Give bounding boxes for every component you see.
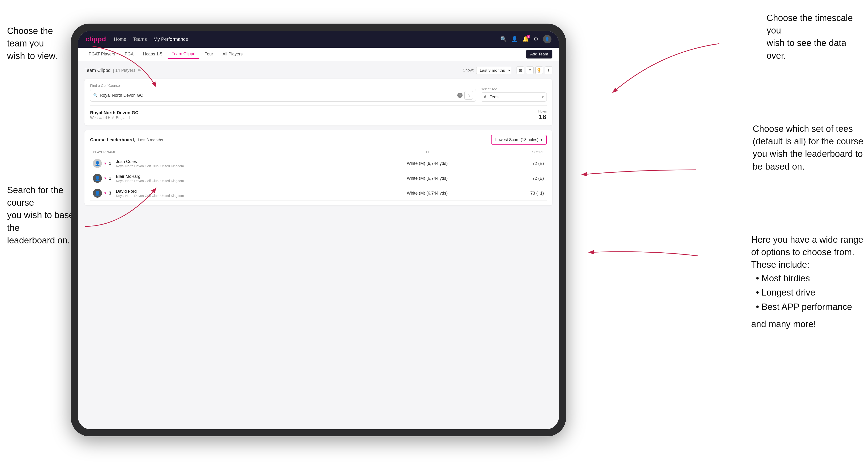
- grid-view-button[interactable]: ⊞: [517, 66, 524, 74]
- col-player: PLAYER NAME: [90, 148, 362, 156]
- avatar: 👤: [93, 174, 102, 183]
- table-row: 👤 ♥ 1 Blair McHarg Royal North Devon Gol…: [90, 171, 547, 186]
- annotation-top-left: Choose the team you wish to view.: [7, 25, 73, 63]
- top-nav: clippd Home Teams My Performance 🔍 👤 🔔 1…: [78, 31, 559, 48]
- tee-select-field: Select Tee All Tees ▾: [481, 87, 547, 102]
- find-course-label: Find a Golf Course: [90, 84, 476, 88]
- score-cell: 73 (+1): [493, 186, 547, 201]
- tablet-screen: clippd Home Teams My Performance 🔍 👤 🔔 1…: [78, 31, 559, 429]
- settings-button[interactable]: ⚙: [533, 36, 538, 42]
- search-icon: 🔍: [93, 93, 98, 98]
- col-tee: TEE: [362, 148, 493, 156]
- sub-nav: PGAT Players PGA Hcaps 1-5 Team Clippd T…: [78, 48, 559, 61]
- tee-cell: White (M) (6,744 yds): [362, 186, 493, 201]
- clear-search-button[interactable]: ✕: [457, 93, 463, 98]
- heart-icon: ♥: [104, 191, 106, 195]
- heart-icon: ♥: [104, 161, 106, 165]
- nav-teams[interactable]: Teams: [133, 36, 147, 42]
- subnav-hcaps[interactable]: Hcaps 1-5: [139, 50, 166, 59]
- player-cell: 👤 ♥ 1 Blair McHarg Royal North Devon Gol…: [90, 171, 362, 186]
- bullet-item: Longest drive: [756, 285, 863, 300]
- notification-badge: 1: [526, 35, 530, 38]
- score-value: 72 (E): [532, 176, 544, 181]
- score-cell: 72 (E): [493, 171, 547, 186]
- trophy-view-button[interactable]: 🏆: [535, 66, 543, 74]
- chevron-down-icon: ▾: [542, 95, 544, 99]
- leaderboard-title: Course Leaderboard, Last 3 months: [90, 137, 163, 143]
- player-info: Josh Coles Royal North Devon Golf Club, …: [116, 159, 184, 168]
- score-type-button[interactable]: Lowest Score (18 holes) ▾: [491, 135, 547, 145]
- player-club: Royal North Devon Golf Club, United King…: [116, 164, 184, 168]
- score-value: 72 (E): [532, 161, 544, 166]
- score-value: 73 (+1): [530, 191, 544, 195]
- player-count: | 14 Players: [113, 68, 135, 73]
- annotation-top-right: Choose the timescale you wish to see the…: [767, 12, 861, 62]
- course-search-input[interactable]: Royal North Devon GC: [100, 93, 456, 98]
- tee-cell: White (M) (6,744 yds): [362, 171, 493, 186]
- tee-value: White (M) (6,744 yds): [407, 176, 448, 181]
- show-select[interactable]: Last 3 months Last month Last 6 months L…: [476, 67, 512, 74]
- holes-number: 18: [538, 113, 547, 121]
- subnav-tour[interactable]: Tour: [200, 50, 217, 59]
- nav-home[interactable]: Home: [114, 36, 126, 42]
- holes-badge: Holes 18: [538, 110, 547, 121]
- player-name: David Ford: [116, 189, 184, 194]
- notifications-button[interactable]: 🔔 1: [522, 36, 529, 42]
- subnav-team-clippd[interactable]: Team Clippd: [167, 50, 199, 59]
- player-club: Royal North Devon Golf Club, United King…: [116, 194, 184, 198]
- table-row: 👤 ♥ 1 Josh Coles Royal North Devon Golf …: [90, 156, 547, 171]
- tee-select-wrapper[interactable]: All Tees ▾: [481, 92, 547, 102]
- team-header: Team Clippd | 14 Players ✏ Show: Last 3 …: [85, 66, 552, 74]
- table-row: 👤 ♥ 3 David Ford Royal North Devon Golf …: [90, 186, 547, 201]
- nav-icons: 🔍 👤 🔔 1 ⚙ 👤: [500, 35, 552, 43]
- course-name: Royal North Devon GC: [90, 110, 138, 115]
- holes-label: Holes: [538, 110, 547, 113]
- search-button[interactable]: 🔍: [500, 36, 507, 42]
- show-label: Show: Last 3 months Last month Last 6 mo…: [463, 66, 552, 74]
- profile-button[interactable]: 👤: [512, 36, 518, 42]
- subnav-all-players[interactable]: All Players: [218, 50, 247, 59]
- leaderboard-card: Course Leaderboard, Last 3 months Lowest…: [85, 130, 552, 206]
- bullet-item: Most birdies: [756, 271, 863, 286]
- course-search-field: Find a Golf Course 🔍 Royal North Devon G…: [90, 84, 476, 102]
- course-search-wrapper: 🔍 Royal North Devon GC ✕ ☆: [90, 89, 476, 102]
- leaderboard-table: PLAYER NAME TEE SCORE 👤 ♥ 1 Josh Coles R…: [90, 148, 547, 201]
- course-result: Royal North Devon GC Westward Ho!, Engla…: [90, 105, 547, 121]
- rank-number: 3: [109, 191, 114, 196]
- avatar-button[interactable]: 👤: [543, 35, 552, 43]
- edit-icon[interactable]: ✏: [138, 68, 141, 73]
- app-logo: clippd: [85, 35, 106, 43]
- tee-cell: White (M) (6,744 yds): [362, 156, 493, 171]
- annotation-bottom-right: Here you have a wide range of options to…: [751, 234, 863, 331]
- nav-my-performance[interactable]: My Performance: [154, 36, 188, 42]
- subnav-pga[interactable]: PGA: [120, 50, 138, 59]
- tablet-frame: clippd Home Teams My Performance 🔍 👤 🔔 1…: [71, 24, 566, 436]
- options-list: Most birdiesLongest driveBest APP perfor…: [751, 271, 863, 314]
- favorite-button[interactable]: ☆: [464, 91, 473, 99]
- heart-icon: ♥: [104, 176, 106, 181]
- player-cell: 👤 ♥ 1 Josh Coles Royal North Devon Golf …: [90, 156, 362, 171]
- course-info: Royal North Devon GC Westward Ho!, Engla…: [90, 110, 138, 120]
- course-location: Westward Ho!, England: [90, 116, 138, 120]
- download-button[interactable]: ⬇: [545, 66, 552, 74]
- add-team-button[interactable]: Add Team: [526, 50, 552, 59]
- main-content: Team Clippd | 14 Players ✏ Show: Last 3 …: [78, 61, 559, 429]
- annotation-mid-right: Choose which set of tees (default is all…: [753, 123, 863, 173]
- team-title: Team Clippd | 14 Players ✏: [85, 68, 141, 73]
- col-score: SCORE: [493, 148, 547, 156]
- nav-links: Home Teams My Performance: [114, 36, 493, 42]
- player-name: Blair McHarg: [116, 174, 184, 179]
- bullet-item: Best APP performance: [756, 300, 863, 314]
- tee-value: White (M) (6,744 yds): [407, 191, 448, 195]
- rank-number: 1: [109, 176, 114, 181]
- tee-value: White (M) (6,744 yds): [407, 161, 448, 166]
- dropdown-chevron-icon: ▾: [540, 137, 542, 142]
- search-card: Find a Golf Course 🔍 Royal North Devon G…: [85, 79, 552, 125]
- player-info: David Ford Royal North Devon Golf Club, …: [116, 189, 184, 198]
- player-info: Blair McHarg Royal North Devon Golf Club…: [116, 174, 184, 183]
- subnav-pgat[interactable]: PGAT Players: [85, 50, 119, 59]
- list-view-button[interactable]: ≡: [526, 66, 533, 74]
- player-cell: 👤 ♥ 3 David Ford Royal North Devon Golf …: [90, 186, 362, 201]
- tee-select-value: All Tees: [484, 95, 540, 99]
- player-name: Josh Coles: [116, 159, 184, 164]
